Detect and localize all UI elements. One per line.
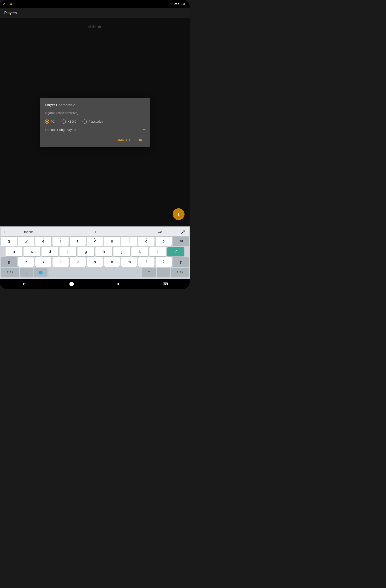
fab-add-button[interactable]: + [173, 208, 184, 220]
key-t[interactable]: 5t [70, 237, 86, 246]
icon-lock: 🔒 [10, 2, 13, 5]
microphone-icon[interactable]: 🎤 [179, 230, 187, 234]
key-n[interactable]: n [104, 257, 120, 267]
dialog-overlay: Player Username? PC XBOX [0, 18, 190, 227]
key-j[interactable]: j [114, 247, 130, 256]
svg-rect-1 [8, 263, 10, 264]
radio-xbox[interactable]: XBOX [62, 120, 76, 124]
shift-left-key[interactable] [1, 257, 17, 267]
status-bar: A ● 🔒 12:39 [0, 0, 190, 8]
key-numbers-right[interactable]: ?123 [171, 268, 189, 277]
keyboard-row-1: 1q 2w 3e 4r 5t 6y 7u 8i 9o 0p ⌫ [1, 237, 189, 246]
app-bar-title: Players [4, 11, 17, 15]
status-bar-right: 12:39 [169, 2, 186, 5]
radio-playstation-circle [83, 120, 87, 124]
keyboard-row-4: ?123 , 🌐 ☺ . ?123 [1, 268, 189, 277]
keyboard-row-3: z x c v b n m ! ? [1, 257, 189, 267]
spacebar[interactable] [48, 268, 141, 277]
nav-recent-icon[interactable]: ■ [117, 282, 120, 286]
username-input[interactable] [45, 111, 145, 115]
key-g[interactable]: g [77, 247, 94, 256]
main-content: Mithrain Player Username? PC [0, 18, 190, 227]
radio-playstation[interactable]: Playstation [83, 120, 103, 124]
suggestion-we[interactable]: we [155, 229, 165, 234]
key-u[interactable]: 7u [104, 237, 120, 246]
key-question[interactable]: ? [156, 257, 172, 267]
keyboard: › thanks I we 🎤 1q 2w 3e 4r 5t 6y 7u 8i … [0, 227, 190, 279]
dialog: Player Username? PC XBOX [40, 98, 150, 147]
key-c[interactable]: c [52, 257, 68, 267]
nav-keyboard-icon[interactable]: ⌨ [163, 282, 168, 286]
key-r[interactable]: 4r [52, 237, 68, 246]
status-bar-left: A ● 🔒 [3, 2, 13, 5]
radio-xbox-label: XBOX [68, 120, 76, 123]
key-emoji[interactable]: ☺ [142, 268, 156, 277]
key-z[interactable]: z [18, 257, 34, 267]
key-b[interactable]: b [87, 257, 103, 267]
dropdown-value: Famous Pubg Players [45, 128, 76, 131]
key-period[interactable]: . [157, 268, 170, 277]
key-exclamation[interactable]: ! [138, 257, 154, 267]
key-w[interactable]: 2w [18, 237, 34, 246]
key-o[interactable]: 9o [138, 237, 154, 246]
key-comma[interactable]: , [20, 268, 33, 277]
dialog-actions: CANCEL OK [45, 137, 145, 143]
key-l[interactable]: l [149, 247, 166, 256]
battery-icon [174, 3, 178, 5]
key-m[interactable]: m [121, 257, 137, 267]
key-e[interactable]: 3e [35, 237, 51, 246]
radio-pc[interactable]: PC [45, 120, 55, 124]
svg-marker-0 [7, 260, 10, 263]
key-a[interactable]: a [5, 247, 23, 256]
key-d[interactable]: d [42, 247, 58, 256]
suggestion-expand-icon[interactable]: › [2, 230, 7, 234]
key-p[interactable]: 0p [156, 237, 172, 246]
dropdown-arrow-icon: ▾ [143, 128, 145, 131]
nav-bar: ▼ ⬤ ■ ⌨ [0, 279, 190, 289]
key-h[interactable]: h [95, 247, 112, 256]
key-numbers[interactable]: ?123 [1, 268, 19, 277]
suggestions-list: thanks I we [7, 229, 179, 234]
key-y[interactable]: 6y [87, 237, 103, 246]
cancel-button[interactable]: CANCEL [115, 137, 133, 143]
status-time: 12:39 [179, 2, 186, 5]
keyboard-suggestions: › thanks I we 🎤 [1, 227, 189, 237]
device-frame: A ● 🔒 12:39 Players Mithrain Playe [0, 0, 190, 289]
key-q[interactable]: 1q [1, 237, 17, 246]
suggestion-thanks[interactable]: thanks [21, 229, 37, 234]
ok-button[interactable]: OK [135, 137, 145, 143]
radio-group: PC XBOX Playstation [45, 120, 145, 124]
radio-pc-label: PC [51, 120, 55, 123]
radio-pc-circle [45, 120, 49, 124]
suggestion-divider-2 [127, 230, 127, 234]
suggestion-i[interactable]: I [92, 229, 99, 234]
key-i[interactable]: 8i [121, 237, 137, 246]
radio-xbox-circle [62, 120, 66, 124]
key-x[interactable]: x [35, 257, 51, 267]
nav-home-icon[interactable]: ⬤ [69, 281, 74, 286]
key-f[interactable]: f [59, 247, 76, 256]
key-k[interactable]: k [131, 247, 148, 256]
icon-a: A [3, 2, 5, 5]
shift-right-key[interactable] [173, 257, 189, 267]
key-globe[interactable]: 🌐 [34, 268, 47, 277]
dialog-input-wrapper [45, 111, 145, 116]
svg-rect-3 [180, 263, 181, 264]
key-s[interactable]: s [23, 247, 40, 256]
backspace-key[interactable]: ⌫ [173, 237, 189, 246]
icon-circle: ● [7, 3, 8, 5]
nav-back-icon[interactable]: ▼ [22, 282, 26, 286]
app-bar: Players [0, 8, 190, 18]
svg-marker-2 [179, 260, 182, 263]
dialog-title: Player Username? [45, 103, 145, 107]
suggestion-divider-1 [64, 230, 64, 234]
category-dropdown[interactable]: Famous Pubg Players ▾ [45, 127, 145, 132]
wifi-icon [169, 2, 173, 5]
enter-key[interactable]: ✓ [167, 247, 184, 256]
keyboard-row-2: a s d f g h j k l ✓ [1, 247, 189, 256]
key-v[interactable]: v [70, 257, 86, 267]
radio-playstation-label: Playstation [89, 120, 103, 123]
